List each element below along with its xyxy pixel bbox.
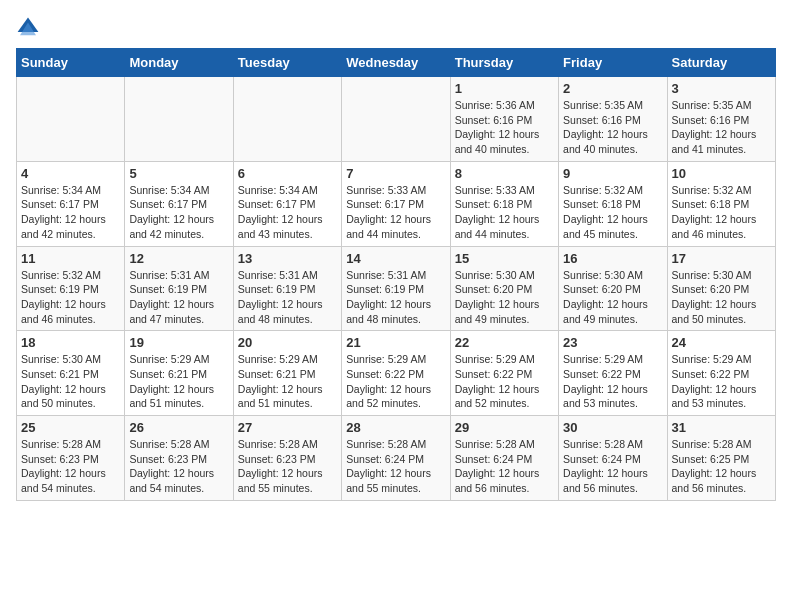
- calendar-cell: 28Sunrise: 5:28 AM Sunset: 6:24 PM Dayli…: [342, 416, 450, 501]
- calendar-cell: 12Sunrise: 5:31 AM Sunset: 6:19 PM Dayli…: [125, 246, 233, 331]
- day-number: 4: [21, 166, 120, 181]
- day-info: Sunrise: 5:32 AM Sunset: 6:19 PM Dayligh…: [21, 268, 120, 327]
- day-number: 6: [238, 166, 337, 181]
- calendar-cell: [233, 77, 341, 162]
- calendar-cell: [125, 77, 233, 162]
- calendar-week-row: 11Sunrise: 5:32 AM Sunset: 6:19 PM Dayli…: [17, 246, 776, 331]
- calendar-cell: 5Sunrise: 5:34 AM Sunset: 6:17 PM Daylig…: [125, 161, 233, 246]
- calendar-cell: 1Sunrise: 5:36 AM Sunset: 6:16 PM Daylig…: [450, 77, 558, 162]
- day-info: Sunrise: 5:28 AM Sunset: 6:24 PM Dayligh…: [346, 437, 445, 496]
- day-info: Sunrise: 5:30 AM Sunset: 6:20 PM Dayligh…: [455, 268, 554, 327]
- day-info: Sunrise: 5:29 AM Sunset: 6:22 PM Dayligh…: [346, 352, 445, 411]
- day-info: Sunrise: 5:33 AM Sunset: 6:18 PM Dayligh…: [455, 183, 554, 242]
- weekday-header-sunday: Sunday: [17, 49, 125, 77]
- calendar-week-row: 25Sunrise: 5:28 AM Sunset: 6:23 PM Dayli…: [17, 416, 776, 501]
- day-info: Sunrise: 5:31 AM Sunset: 6:19 PM Dayligh…: [238, 268, 337, 327]
- calendar-table: SundayMondayTuesdayWednesdayThursdayFrid…: [16, 48, 776, 501]
- day-info: Sunrise: 5:28 AM Sunset: 6:23 PM Dayligh…: [129, 437, 228, 496]
- weekday-header-friday: Friday: [559, 49, 667, 77]
- day-info: Sunrise: 5:32 AM Sunset: 6:18 PM Dayligh…: [672, 183, 771, 242]
- calendar-cell: 3Sunrise: 5:35 AM Sunset: 6:16 PM Daylig…: [667, 77, 775, 162]
- day-number: 2: [563, 81, 662, 96]
- day-number: 10: [672, 166, 771, 181]
- day-info: Sunrise: 5:29 AM Sunset: 6:22 PM Dayligh…: [672, 352, 771, 411]
- calendar-cell: [17, 77, 125, 162]
- day-number: 21: [346, 335, 445, 350]
- day-info: Sunrise: 5:30 AM Sunset: 6:20 PM Dayligh…: [563, 268, 662, 327]
- weekday-header-thursday: Thursday: [450, 49, 558, 77]
- calendar-cell: 2Sunrise: 5:35 AM Sunset: 6:16 PM Daylig…: [559, 77, 667, 162]
- day-number: 8: [455, 166, 554, 181]
- logo: [16, 16, 44, 40]
- day-info: Sunrise: 5:34 AM Sunset: 6:17 PM Dayligh…: [129, 183, 228, 242]
- day-info: Sunrise: 5:31 AM Sunset: 6:19 PM Dayligh…: [346, 268, 445, 327]
- day-number: 16: [563, 251, 662, 266]
- day-info: Sunrise: 5:28 AM Sunset: 6:23 PM Dayligh…: [21, 437, 120, 496]
- calendar-cell: 23Sunrise: 5:29 AM Sunset: 6:22 PM Dayli…: [559, 331, 667, 416]
- calendar-cell: 30Sunrise: 5:28 AM Sunset: 6:24 PM Dayli…: [559, 416, 667, 501]
- day-number: 27: [238, 420, 337, 435]
- day-number: 30: [563, 420, 662, 435]
- calendar-cell: 20Sunrise: 5:29 AM Sunset: 6:21 PM Dayli…: [233, 331, 341, 416]
- day-info: Sunrise: 5:35 AM Sunset: 6:16 PM Dayligh…: [672, 98, 771, 157]
- calendar-cell: 17Sunrise: 5:30 AM Sunset: 6:20 PM Dayli…: [667, 246, 775, 331]
- weekday-header-tuesday: Tuesday: [233, 49, 341, 77]
- calendar-cell: 21Sunrise: 5:29 AM Sunset: 6:22 PM Dayli…: [342, 331, 450, 416]
- day-info: Sunrise: 5:29 AM Sunset: 6:22 PM Dayligh…: [455, 352, 554, 411]
- logo-icon: [16, 16, 40, 40]
- calendar-week-row: 1Sunrise: 5:36 AM Sunset: 6:16 PM Daylig…: [17, 77, 776, 162]
- day-number: 17: [672, 251, 771, 266]
- day-number: 14: [346, 251, 445, 266]
- day-info: Sunrise: 5:28 AM Sunset: 6:24 PM Dayligh…: [455, 437, 554, 496]
- day-number: 22: [455, 335, 554, 350]
- day-info: Sunrise: 5:31 AM Sunset: 6:19 PM Dayligh…: [129, 268, 228, 327]
- day-info: Sunrise: 5:34 AM Sunset: 6:17 PM Dayligh…: [238, 183, 337, 242]
- day-info: Sunrise: 5:28 AM Sunset: 6:24 PM Dayligh…: [563, 437, 662, 496]
- calendar-week-row: 4Sunrise: 5:34 AM Sunset: 6:17 PM Daylig…: [17, 161, 776, 246]
- calendar-cell: 22Sunrise: 5:29 AM Sunset: 6:22 PM Dayli…: [450, 331, 558, 416]
- day-number: 11: [21, 251, 120, 266]
- calendar-cell: 27Sunrise: 5:28 AM Sunset: 6:23 PM Dayli…: [233, 416, 341, 501]
- day-number: 25: [21, 420, 120, 435]
- calendar-cell: 16Sunrise: 5:30 AM Sunset: 6:20 PM Dayli…: [559, 246, 667, 331]
- calendar-cell: 7Sunrise: 5:33 AM Sunset: 6:17 PM Daylig…: [342, 161, 450, 246]
- calendar-cell: 4Sunrise: 5:34 AM Sunset: 6:17 PM Daylig…: [17, 161, 125, 246]
- calendar-cell: [342, 77, 450, 162]
- day-number: 7: [346, 166, 445, 181]
- calendar-cell: 29Sunrise: 5:28 AM Sunset: 6:24 PM Dayli…: [450, 416, 558, 501]
- day-info: Sunrise: 5:35 AM Sunset: 6:16 PM Dayligh…: [563, 98, 662, 157]
- day-info: Sunrise: 5:34 AM Sunset: 6:17 PM Dayligh…: [21, 183, 120, 242]
- day-number: 29: [455, 420, 554, 435]
- day-number: 28: [346, 420, 445, 435]
- day-info: Sunrise: 5:32 AM Sunset: 6:18 PM Dayligh…: [563, 183, 662, 242]
- day-info: Sunrise: 5:30 AM Sunset: 6:20 PM Dayligh…: [672, 268, 771, 327]
- weekday-header-wednesday: Wednesday: [342, 49, 450, 77]
- day-number: 13: [238, 251, 337, 266]
- day-number: 12: [129, 251, 228, 266]
- day-number: 24: [672, 335, 771, 350]
- calendar-cell: 9Sunrise: 5:32 AM Sunset: 6:18 PM Daylig…: [559, 161, 667, 246]
- day-info: Sunrise: 5:28 AM Sunset: 6:25 PM Dayligh…: [672, 437, 771, 496]
- day-number: 3: [672, 81, 771, 96]
- calendar-cell: 19Sunrise: 5:29 AM Sunset: 6:21 PM Dayli…: [125, 331, 233, 416]
- day-number: 31: [672, 420, 771, 435]
- day-number: 19: [129, 335, 228, 350]
- weekday-header-saturday: Saturday: [667, 49, 775, 77]
- day-info: Sunrise: 5:28 AM Sunset: 6:23 PM Dayligh…: [238, 437, 337, 496]
- calendar-cell: 15Sunrise: 5:30 AM Sunset: 6:20 PM Dayli…: [450, 246, 558, 331]
- day-number: 5: [129, 166, 228, 181]
- day-number: 9: [563, 166, 662, 181]
- calendar-cell: 10Sunrise: 5:32 AM Sunset: 6:18 PM Dayli…: [667, 161, 775, 246]
- calendar-week-row: 18Sunrise: 5:30 AM Sunset: 6:21 PM Dayli…: [17, 331, 776, 416]
- day-number: 26: [129, 420, 228, 435]
- day-info: Sunrise: 5:29 AM Sunset: 6:22 PM Dayligh…: [563, 352, 662, 411]
- page-header: [16, 16, 776, 40]
- day-number: 15: [455, 251, 554, 266]
- calendar-cell: 25Sunrise: 5:28 AM Sunset: 6:23 PM Dayli…: [17, 416, 125, 501]
- day-info: Sunrise: 5:30 AM Sunset: 6:21 PM Dayligh…: [21, 352, 120, 411]
- calendar-cell: 14Sunrise: 5:31 AM Sunset: 6:19 PM Dayli…: [342, 246, 450, 331]
- day-number: 18: [21, 335, 120, 350]
- calendar-cell: 13Sunrise: 5:31 AM Sunset: 6:19 PM Dayli…: [233, 246, 341, 331]
- day-info: Sunrise: 5:36 AM Sunset: 6:16 PM Dayligh…: [455, 98, 554, 157]
- calendar-cell: 18Sunrise: 5:30 AM Sunset: 6:21 PM Dayli…: [17, 331, 125, 416]
